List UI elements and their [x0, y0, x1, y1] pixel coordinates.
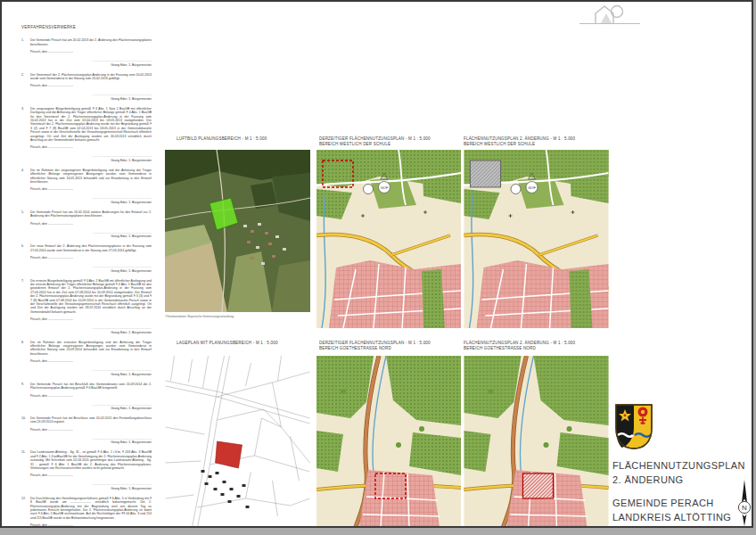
- vv-item-number: 2.: [21, 72, 30, 100]
- vv-item-number: 11.: [21, 450, 30, 490]
- signer-name: Georg Eder, 1. Bürgermeister: [30, 486, 152, 490]
- panel-title-line1: LUFTBILD PLANUNGSBEREICH - M 1 : 5.000: [177, 136, 324, 142]
- place-date-line: Perach, den ............................…: [30, 523, 152, 527]
- vv-item-body: Die erneute Bürgerbeteiligung gemäß § 3 …: [30, 278, 152, 333]
- place-date-line: Perach, den ............................…: [30, 50, 152, 54]
- vv-item-text: Die erneute Bürgerbeteiligung gemäß § 3 …: [30, 278, 152, 313]
- signer-name: Georg Eder, 1. Bürgermeister: [30, 268, 152, 273]
- vv-item: 10. Die Gemeinde Perach hat mit Beschlus…: [21, 416, 152, 444]
- changed-area-red-hatch: [523, 473, 554, 498]
- place-date-line: Perach, den ............................…: [30, 473, 152, 477]
- vv-item: 4. Die im Rahmen der vorgezogenen Bürger…: [21, 169, 152, 204]
- planner-house-logo-icon: [579, 4, 640, 26]
- signature-block: ........................................…: [30, 325, 152, 333]
- place-date-line: Perach, den ............................…: [30, 84, 152, 87]
- coat-of-arms-perach: [614, 403, 653, 450]
- place-date-line: Perach, den ............................…: [30, 145, 152, 149]
- map-fnp-derzeit-goethe: [316, 356, 461, 527]
- place-date-line: Perach, den ............................…: [30, 187, 152, 191]
- panel-title-lageplan: LAGEPLAN MIT PLANUNGSBEREICH - M 1 : 5.0…: [177, 340, 324, 346]
- plan-title-line1: FLÄCHENNUTZUNGSPLAN: [612, 460, 745, 471]
- place-date-line: Perach, den ............................…: [30, 393, 152, 397]
- panel-title-line1: LAGEPLAN MIT PLANUNGSBEREICH - M 1 : 5.0…: [177, 340, 324, 346]
- place-date-line: Perach, den ............................…: [30, 256, 152, 259]
- map-lageplan: [165, 356, 310, 527]
- vv-item-text: Die im Rahmen der vorgezogenen Bürgerbet…: [30, 169, 152, 185]
- signature-block: ........................................…: [30, 402, 152, 410]
- place-date-line: Perach, den ............................…: [30, 222, 152, 226]
- vv-item-body: Der neue Entwurf der 2. Änderung des Flä…: [30, 244, 152, 272]
- north-label: N: [742, 504, 747, 512]
- vv-item-number: 9.: [21, 383, 30, 410]
- signer-name: Georg Eder, 1. Bürgermeister: [30, 330, 152, 334]
- vv-item: 3. Die vorgezogene Bürgerbeteiligung gem…: [21, 107, 152, 162]
- signature-block: ........................................…: [30, 196, 152, 204]
- signer-name: Georg Eder, 1. Bürgermeister: [30, 372, 152, 376]
- map-luftbild-aerial: [165, 150, 310, 312]
- vv-item-number: 12.: [21, 497, 30, 528]
- verfahrensvermerke-list: 1. Die Gemeinde Perach hat am 20.02.2013…: [21, 38, 152, 528]
- vv-item-body: Die Durchführung des Genehmigungsverfahr…: [30, 497, 152, 528]
- place-date-line: Perach, den ............................…: [30, 359, 152, 363]
- panel-title-fnp-aenderung-schule: FLÄCHENNUTZUNGSPLAN 2. ÄNDERUNG - M 1 : …: [464, 136, 611, 147]
- signature-block: ........................................…: [30, 482, 152, 490]
- signer-name: Georg Eder, 1. Bürgermeister: [30, 406, 152, 410]
- vv-item-body: Die vorgezogene Bürgerbeteiligung gemäß …: [30, 107, 152, 162]
- svg-text:GOF: GOF: [381, 185, 389, 190]
- panel-title-fnp-derzeit-goethe: DERZEITIGER FLÄCHENNUTZUNGSPLAN - M 1 : …: [319, 340, 466, 351]
- signature-block: ........................................…: [30, 436, 152, 444]
- vv-item-text: Die Gemeinde Perach hat mit Beschluss vo…: [30, 416, 152, 424]
- municipality-name: GEMEINDE PERACH: [612, 498, 714, 508]
- map-fnp-derzeit-schule: GOF: [316, 150, 461, 328]
- vv-item-body: Die Gemeinde Perach hat mit Beschluss vo…: [30, 416, 152, 444]
- svg-text:GOF: GOF: [528, 185, 536, 190]
- vv-item-body: Die im Rahmen der vorgezogenen Bürgerbet…: [30, 169, 152, 204]
- vv-item-text: Der neue Entwurf der 2. Änderung des Flä…: [30, 244, 152, 252]
- vv-item: 2. Der Vorentwurf der 2. Flächennutzungs…: [21, 72, 152, 100]
- vv-item-body: Die im Rahmen der erneuten Bürgerbeteili…: [30, 340, 152, 375]
- north-arrow-icon: N: [736, 480, 752, 526]
- changed-area-gray: [471, 160, 501, 187]
- vv-item-number: 1.: [21, 38, 30, 66]
- vv-item: 8. Die im Rahmen der erneuten Bürgerbete…: [21, 340, 152, 375]
- signature-block: ........................................…: [30, 230, 152, 238]
- vv-item-text: Die Gemeinde Perach hat mit Beschluß des…: [30, 383, 152, 391]
- vv-item-text: Die im Rahmen der erneuten Bürgerbeteili…: [30, 340, 152, 356]
- verfahrensvermerke-column: VERFAHRENSVERMERKE 1. Die Gemeinde Perac…: [21, 25, 152, 528]
- signer-name: Georg Eder, 1. Bürgermeister: [30, 235, 152, 239]
- geodata-copyright-caption: ©Geobasisdaten: Bayerische Vermessungsve…: [165, 315, 308, 318]
- vv-item: 12. Die Durchführung des Genehmigungsver…: [21, 497, 152, 528]
- place-date-line: Perach, den ............................…: [30, 317, 152, 321]
- vv-item-number: 8.: [21, 340, 30, 375]
- vv-item-text: Das Landratsamt Altötting - Sg. 31 - ist…: [30, 450, 152, 470]
- signature-block: ........................................…: [30, 154, 152, 162]
- vv-item-text: Der Vorentwurf der 2. Flächennutzungspla…: [30, 72, 152, 80]
- panel-title-luftbild: LUFTBILD PLANUNGSBEREICH - M 1 : 5.000: [177, 136, 324, 142]
- panel-title-line2: BEREICH GOETHESTRASSE NORD: [319, 346, 466, 352]
- panel-title-line2: BEREICH WESTLICH DER SCHULE: [464, 142, 611, 148]
- panel-title-line2: BEREICH GOETHESTRASSE NORD: [464, 346, 611, 352]
- signer-name: Georg Eder, 1. Bürgermeister: [30, 440, 152, 445]
- district-name: LANDKREIS ALTÖTTING: [612, 512, 731, 523]
- panel-title-fnp-aenderung-goethe: FLÄCHENNUTZUNGSPLAN 2. ÄNDERUNG - M 1 : …: [464, 340, 611, 351]
- vv-item-number: 4.: [21, 169, 30, 204]
- place-date-line: Perach, den ............................…: [30, 428, 152, 432]
- vv-item: 1. Die Gemeinde Perach hat am 20.02.2013…: [21, 38, 152, 66]
- vv-item: 9. Die Gemeinde Perach hat mit Beschluß …: [21, 383, 152, 410]
- map-fnp-aenderung-goethe: [464, 356, 609, 527]
- signer-name: Georg Eder, 1. Bürgermeister: [30, 200, 152, 204]
- signer-name: Georg Eder, 1. Bürgermeister: [30, 62, 152, 67]
- vv-item-body: Das Landratsamt Altötting - Sg. 31 - ist…: [30, 450, 152, 490]
- vv-item-body: Die Gemeinde Perach hat am 20.02.2014 we…: [30, 210, 152, 238]
- plan-title-line2: 2. ÄNDERUNG: [612, 474, 684, 485]
- vv-item-number: 5.: [21, 210, 30, 238]
- signer-name: Georg Eder, 1. Bürgermeister: [30, 96, 152, 101]
- signer-name: Georg Eder, 1. Bürgermeister: [30, 158, 152, 162]
- signature-block: ........................................…: [30, 93, 152, 101]
- vv-item-text: Die Gemeinde Perach hat am 20.02.2014 we…: [30, 210, 152, 218]
- panel-title-fnp-derzeit-schule: DERZEITIGER FLÄCHENNUTZUNGSPLAN - M 1 : …: [319, 136, 466, 147]
- vv-item: 11. Das Landratsamt Altötting - Sg. 31 -…: [21, 450, 152, 490]
- verfahrensvermerke-title: VERFAHRENSVERMERKE: [21, 25, 152, 29]
- vv-item-number: 10.: [21, 416, 30, 444]
- vv-item-text: Die Durchführung des Genehmigungsverfahr…: [30, 497, 152, 520]
